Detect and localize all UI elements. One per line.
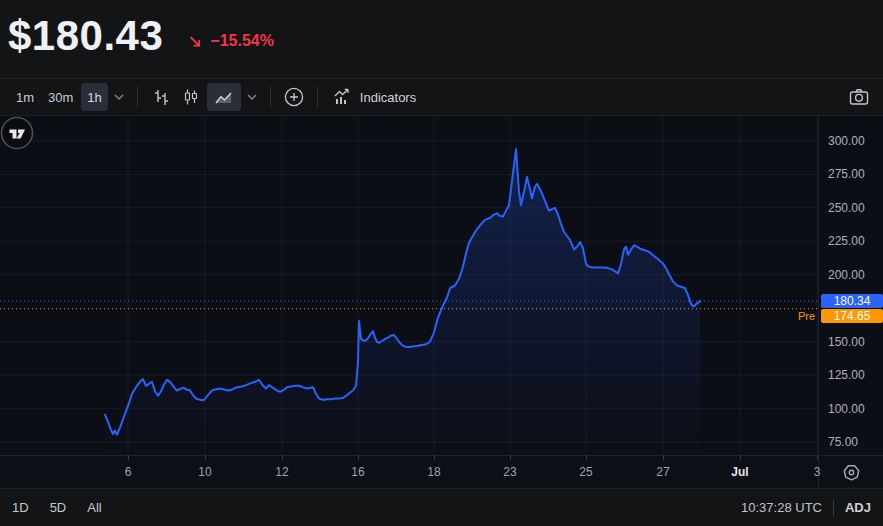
axis-corner — [818, 456, 883, 488]
x-axis-label: 25 — [579, 465, 592, 479]
y-axis-label: 275.00 — [828, 167, 865, 181]
x-axis-label: 6 — [125, 465, 132, 479]
chart-main: Pre 300.00275.00250.00225.00200.00150.00… — [0, 116, 883, 455]
x-axis-label: 23 — [503, 465, 516, 479]
x-axis-tick — [128, 456, 129, 460]
y-axis-label: 100.00 — [828, 402, 865, 416]
x-axis-label: 3 — [814, 465, 821, 479]
indicators-icon — [333, 88, 353, 106]
y-axis-label: 75.00 — [828, 435, 858, 449]
x-axis-tick — [817, 456, 818, 460]
x-axis-label: 18 — [427, 465, 440, 479]
area-fill — [105, 149, 700, 455]
gear-icon[interactable] — [842, 463, 861, 482]
x-axis-tick — [282, 456, 283, 460]
y-axis-label: 150.00 — [828, 335, 865, 349]
interval-button-30m[interactable]: 30m — [42, 83, 79, 111]
camera-icon — [848, 87, 870, 107]
bars-chart-icon — [152, 88, 170, 106]
x-axis-tick — [586, 456, 587, 460]
chart-type-area-button[interactable] — [207, 83, 241, 111]
chevron-down-icon — [247, 93, 257, 101]
x-axis-tick — [663, 456, 664, 460]
interval-button-1h[interactable]: 1h — [81, 83, 107, 111]
interval-button-1m[interactable]: 1m — [10, 83, 40, 111]
chart-widget: $180.43 −15.54% 1m 30m 1h — [0, 0, 883, 526]
range-button-1d[interactable]: 1D — [12, 500, 29, 515]
x-axis-label: 10 — [198, 465, 211, 479]
adjusted-toggle[interactable]: ADJ — [845, 500, 871, 515]
last-price-badge: 180.34 — [821, 294, 883, 308]
footer: 1D 5D All 10:37:28 UTC ADJ — [0, 488, 883, 526]
toolbar-divider — [137, 86, 138, 108]
range-button-5d[interactable]: 5D — [50, 500, 67, 515]
candles-chart-icon — [182, 88, 200, 106]
chart-type-bars-button[interactable] — [147, 83, 175, 111]
y-axis-label: 225.00 — [828, 234, 865, 248]
price-axis[interactable]: 300.00275.00250.00225.00200.00150.00125.… — [818, 116, 883, 455]
screenshot-button[interactable] — [845, 83, 873, 111]
toolbar: 1m 30m 1h — [0, 78, 883, 116]
y-axis-label: 300.00 — [828, 134, 865, 148]
y-axis-label: 250.00 — [828, 201, 865, 215]
current-price: $180.43 — [8, 12, 163, 60]
x-axis-label: 27 — [656, 465, 669, 479]
indicators-button[interactable]: Indicators — [327, 83, 422, 111]
toolbar-divider — [317, 86, 318, 108]
price-change: −15.54% — [187, 32, 274, 50]
premarket-tag: Pre — [798, 309, 815, 323]
range-button-all[interactable]: All — [87, 500, 101, 515]
premarket-price-badge: 174.65 — [821, 309, 883, 323]
compare-add-button[interactable] — [280, 83, 308, 111]
x-axis-tick — [510, 456, 511, 460]
arrow-down-right-icon — [187, 33, 203, 49]
time-axis[interactable]: 610121618232527Jul3 — [0, 455, 883, 488]
change-percent: −15.54% — [210, 32, 274, 50]
x-axis-tick — [434, 456, 435, 460]
clock[interactable]: 10:37:28 UTC — [741, 500, 822, 515]
plus-circle-icon — [283, 86, 305, 108]
footer-divider — [833, 500, 834, 516]
x-axis-tick — [358, 456, 359, 460]
chart-type-menu-button[interactable] — [243, 83, 261, 111]
toolbar-divider — [270, 86, 271, 108]
y-axis-label: 125.00 — [828, 368, 865, 382]
price-chart — [0, 116, 818, 455]
header: $180.43 −15.54% — [0, 0, 883, 78]
x-axis-label: Jul — [731, 465, 748, 479]
chart-plot-area[interactable]: Pre — [0, 116, 818, 455]
chart-type-candles-button[interactable] — [177, 83, 205, 111]
tradingview-logo[interactable] — [0, 116, 34, 150]
x-axis-tick — [740, 456, 741, 460]
chevron-down-icon — [114, 93, 124, 101]
x-axis-label: 12 — [275, 465, 288, 479]
interval-menu-button[interactable] — [110, 83, 128, 111]
x-axis-label: 16 — [351, 465, 364, 479]
time-axis-labels: 610121618232527Jul3 — [0, 456, 818, 488]
y-axis-label: 200.00 — [828, 268, 865, 282]
indicators-label: Indicators — [360, 90, 416, 105]
x-axis-tick — [205, 456, 206, 460]
area-chart-icon — [214, 89, 234, 105]
